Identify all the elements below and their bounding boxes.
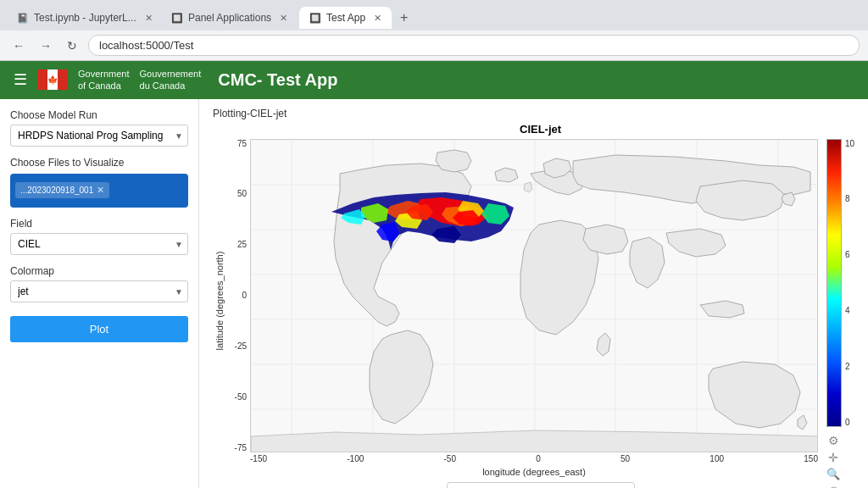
gov-fr-line1: Gouvernement <box>140 68 202 80</box>
model-run-select-wrapper: HRDPS National Prog Sampling ▼ <box>10 125 188 147</box>
y-ticks: 75 50 25 0 -25 -50 -75 <box>226 139 250 452</box>
file-chip-area[interactable]: ...2023020918_001 ✕ <box>10 174 188 208</box>
gov-text: Government of Canada <box>78 68 130 92</box>
tab-panel-icon: 🔲 <box>171 13 183 24</box>
tab-jupyter-label: Test.ipynb - JupyterL... <box>34 12 136 24</box>
settings-icon[interactable]: ⚙ <box>828 434 839 447</box>
colorbar-labels: 10 8 6 4 2 0 <box>842 139 854 427</box>
tab-panel[interactable]: 🔲 Panel Applications ✕ <box>161 7 298 29</box>
reset-icon[interactable]: ◎ <box>829 484 838 488</box>
field-select[interactable]: CIEL <box>10 233 188 255</box>
url-bar[interactable]: localhost:5000/Test <box>88 35 860 56</box>
app-header: ☰ 🍁 Government of Canada Gouvernement du… <box>0 61 868 99</box>
hamburger-icon[interactable]: ☰ <box>14 70 27 89</box>
gov-line1: Government <box>78 68 130 80</box>
tab-bar: 📓 Test.ipynb - JupyterL... ✕ 🔲 Panel App… <box>0 0 868 30</box>
y-axis-label: latitude (degrees_north) <box>214 251 225 350</box>
file-chip: ...2023020918_001 ✕ <box>15 182 109 198</box>
colormap-select[interactable]: jet <box>10 280 188 302</box>
map-area: Plotting-CIEL-jet latitude (degrees_nort… <box>199 99 868 488</box>
address-bar: ← → ↻ localhost:5000/Test <box>0 30 868 60</box>
tab-panel-close[interactable]: ✕ <box>280 13 287 24</box>
field-label: Field <box>10 218 188 230</box>
colorbar <box>826 139 842 427</box>
zoom-out-icon[interactable]: 🔍 <box>826 468 840 480</box>
tab-panel-label: Panel Applications <box>188 12 271 24</box>
new-tab-button[interactable]: + <box>393 5 415 30</box>
colormap-select-wrapper: jet ▼ <box>10 280 188 302</box>
map-toolbar: ⚙ ✛ 🔍 ◎ ⊞ ↺ 📋 <box>826 434 840 488</box>
x-ticks: -150 -100 -50 0 50 100 150 <box>250 452 818 463</box>
chart-title: CIEL-jet <box>226 123 854 136</box>
colormap-label: Colormap <box>10 265 188 277</box>
validity-box: Validity time 2023-02-09T19:00:00.000000… <box>447 482 635 488</box>
tab-testapp[interactable]: 🔲 Test App ✕ <box>299 7 392 29</box>
file-chip-close-icon[interactable]: ✕ <box>97 185 104 196</box>
gov-fr-line2: du Canada <box>140 80 202 92</box>
main-layout: Choose Model Run HRDPS National Prog Sam… <box>0 99 868 488</box>
zoom-in-icon[interactable]: ✛ <box>828 451 838 464</box>
world-map-svg <box>250 139 818 452</box>
gov-line2: of Canada <box>78 80 130 92</box>
back-button[interactable]: ← <box>8 37 29 54</box>
forward-button[interactable]: → <box>36 37 56 54</box>
browser-chrome: 📓 Test.ipynb - JupyterL... ✕ 🔲 Panel App… <box>0 0 868 61</box>
sidebar: Choose Model Run HRDPS National Prog Sam… <box>0 99 199 488</box>
tab-jupyter[interactable]: 📓 Test.ipynb - JupyterL... ✕ <box>7 7 159 29</box>
tab-jupyter-icon: 📓 <box>17 13 29 24</box>
app-title: CMC- Test App <box>218 70 337 90</box>
canada-flag: 🍁 <box>37 69 68 90</box>
tab-jupyter-close[interactable]: ✕ <box>145 13 153 24</box>
reload-button[interactable]: ↻ <box>63 37 81 54</box>
field-select-wrapper: CIEL ▼ <box>10 233 188 255</box>
files-label: Choose Files to Visualize <box>10 157 188 169</box>
model-run-label: Choose Model Run <box>10 109 188 121</box>
file-chip-text: ...2023020918_001 <box>20 186 93 195</box>
tab-testapp-label: Test App <box>326 12 365 24</box>
gov-text-fr: Gouvernement du Canada <box>140 68 202 92</box>
tab-testapp-close[interactable]: ✕ <box>374 13 381 24</box>
x-axis-label: longitude (degrees_east) <box>250 467 818 477</box>
validity-bar: Validity time 2023-02-09T19:00:00.000000… <box>226 482 854 488</box>
plot-title: Plotting-CIEL-jet <box>213 108 854 119</box>
tab-testapp-icon: 🔲 <box>309 13 321 24</box>
model-run-select[interactable]: HRDPS National Prog Sampling <box>10 125 188 147</box>
plot-button[interactable]: Plot <box>10 316 188 342</box>
